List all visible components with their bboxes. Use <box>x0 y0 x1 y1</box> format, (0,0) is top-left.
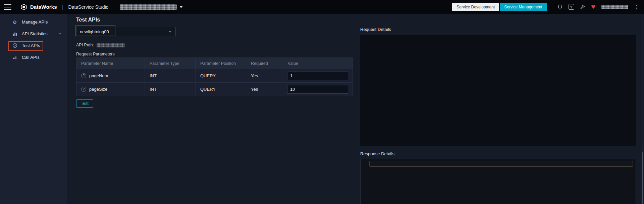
table-row: ? pageNum INT QUERY Yes <box>76 69 353 82</box>
workspace-selector[interactable] <box>120 4 183 10</box>
help-icon[interactable]: ? <box>569 4 574 10</box>
response-details-title: Response Details <box>360 151 394 156</box>
column-header: Parameter Position <box>196 58 246 69</box>
param-position: QUERY <box>196 83 246 96</box>
sidebar-item-call-apis[interactable]: ⇄ Call APIs <box>0 51 67 63</box>
sidebar-item-label: Manage APIs <box>22 19 48 25</box>
table-header-row: Parameter Name Parameter Type Parameter … <box>76 58 353 69</box>
request-details-panel <box>360 35 636 146</box>
api-path-value-redacted <box>97 43 125 47</box>
circle-check-icon <box>12 43 17 48</box>
column-header: Value <box>283 58 353 69</box>
brand: DataWorks | DataService Studio <box>20 3 108 10</box>
param-name: pageNum <box>89 73 108 78</box>
username-redacted[interactable] <box>601 5 628 9</box>
service-management-button[interactable]: Service Management <box>500 3 546 11</box>
param-name-cell: ? pageSize <box>76 83 145 96</box>
sidebar-item-test-apis[interactable]: Test APIs <box>0 40 67 51</box>
topbar: DataWorks | DataService Studio Service D… <box>0 0 644 14</box>
scrollbar-thumb[interactable] <box>642 152 643 204</box>
module-name: DataService Studio <box>68 4 109 10</box>
param-type: INT <box>145 69 196 82</box>
api-path-row: API Path: <box>76 43 125 47</box>
test-button[interactable]: Test <box>76 99 93 108</box>
param-required: Yes <box>246 69 283 82</box>
heart-icon[interactable]: ♥ <box>591 4 596 10</box>
request-details-title: Request Details <box>360 27 391 32</box>
more-vertical-icon[interactable]: ⋮ <box>634 4 639 10</box>
sidebar-item-manage-apis[interactable]: ⚙ Manage APIs <box>0 16 67 28</box>
param-value-cell <box>283 83 353 96</box>
param-name: pageSize <box>89 87 107 92</box>
param-help-icon[interactable]: ? <box>81 87 86 92</box>
param-value-input[interactable] <box>287 85 348 94</box>
table-row: ? pageSize INT QUERY Yes <box>76 82 353 96</box>
page-title: Test APIs <box>76 17 100 23</box>
swap-arrows-icon: ⇄ <box>12 55 17 60</box>
param-position: QUERY <box>196 69 246 82</box>
request-parameters-label: Request Parameters <box>76 52 115 56</box>
param-type: INT <box>145 83 196 96</box>
param-value-cell <box>283 69 353 82</box>
tools-wrench-icon[interactable] <box>580 4 585 10</box>
api-select-dropdown[interactable]: newlightning00 <box>76 27 176 36</box>
request-parameters-table: Parameter Name Parameter Type Parameter … <box>76 57 353 96</box>
chevron-down-icon <box>168 30 172 34</box>
response-details-field <box>369 161 633 167</box>
workspace-name-redacted <box>120 4 177 10</box>
product-name: DataWorks <box>30 4 57 10</box>
column-header: Parameter Type <box>145 58 196 69</box>
sidebar-item-label: API Statistics <box>22 31 48 36</box>
chevron-down-icon <box>58 32 61 35</box>
param-value-input[interactable] <box>287 72 348 80</box>
scrollbar-track <box>642 14 643 204</box>
param-name-cell: ? pageNum <box>76 69 145 82</box>
param-help-icon[interactable]: ? <box>81 73 86 78</box>
sidebar: ⚙ Manage APIs API Statistics <box>0 14 67 204</box>
menu-icon[interactable] <box>4 4 11 10</box>
chevron-down-icon <box>179 6 183 8</box>
notification-bell-icon[interactable] <box>557 4 563 10</box>
service-development-button[interactable]: Service Development <box>452 3 499 11</box>
gear-icon: ⚙ <box>12 19 17 25</box>
response-details-panel <box>360 159 636 204</box>
mode-switcher: Service Development Service Management <box>452 3 546 11</box>
main-content: Test APIs newlightning00 API Path: Reque… <box>67 14 360 204</box>
param-required: Yes <box>246 83 283 96</box>
topbar-right: Service Development Service Management ?… <box>452 3 639 11</box>
dataworks-logo-icon <box>20 3 27 10</box>
column-header: Parameter Name <box>76 58 145 69</box>
brand-separator: | <box>62 4 63 10</box>
sidebar-item-label: Call APIs <box>22 55 40 60</box>
api-select-value: newlightning00 <box>80 29 168 34</box>
bar-chart-icon <box>12 31 17 36</box>
sidebar-item-api-statistics[interactable]: API Statistics <box>0 28 67 40</box>
sidebar-item-label: Test APIs <box>22 43 40 48</box>
column-header: Required <box>246 58 283 69</box>
dataworks-dataservice-screen: DataWorks | DataService Studio Service D… <box>0 0 644 204</box>
api-path-label: API Path: <box>76 43 94 47</box>
